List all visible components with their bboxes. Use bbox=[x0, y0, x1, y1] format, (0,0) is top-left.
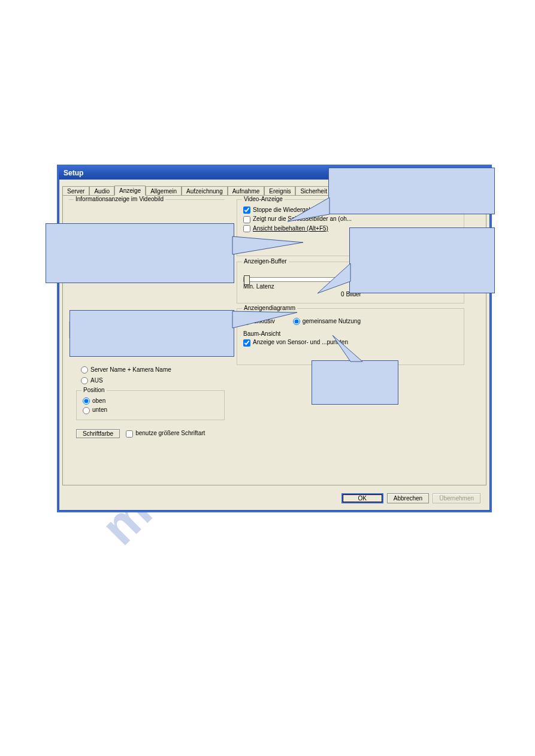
callout-right-mid-pointer bbox=[318, 263, 359, 296]
radio-server-kamera-input[interactable] bbox=[81, 366, 88, 374]
legend-position: Position bbox=[81, 387, 107, 393]
dialog-footer: OK Abbrechen Übernehmen bbox=[341, 493, 480, 503]
tab-audio[interactable]: Audio bbox=[89, 186, 114, 196]
svg-marker-1 bbox=[232, 236, 303, 254]
radio-gemeinsam[interactable]: gemeinsame Nutzung bbox=[293, 318, 361, 325]
checkbox-groessere-schrift-input[interactable] bbox=[126, 430, 133, 438]
radio-oben[interactable]: oben bbox=[83, 397, 219, 405]
callout-left-lower bbox=[69, 310, 234, 357]
radio-unten[interactable]: unten bbox=[83, 406, 219, 414]
window-title: Setup bbox=[64, 169, 83, 177]
tab-aufzeichnung[interactable]: Aufzeichnung bbox=[182, 186, 228, 196]
radio-server-kamera-label: Server Name + Kamera Name bbox=[90, 366, 171, 373]
ok-button[interactable]: OK bbox=[341, 493, 383, 503]
svg-marker-0 bbox=[288, 198, 330, 221]
radio-aus-input[interactable] bbox=[81, 377, 88, 384]
svg-marker-2 bbox=[318, 263, 350, 293]
tab-sicherheit[interactable]: Sicherheit bbox=[295, 186, 331, 196]
radio-unten-input[interactable] bbox=[83, 407, 90, 414]
checkbox-schluesselbilder-input[interactable] bbox=[243, 216, 250, 223]
radio-oben-label: oben bbox=[92, 397, 105, 404]
checkbox-groessere-schrift-label: benutze größere Schriftart bbox=[135, 430, 205, 436]
svg-marker-4 bbox=[333, 335, 362, 362]
radio-aus-label: AUS bbox=[90, 377, 103, 384]
checkbox-ansicht-input[interactable] bbox=[243, 225, 250, 232]
checkbox-groessere-schrift[interactable]: benutze größere Schriftart bbox=[126, 430, 205, 437]
checkbox-sensor-input[interactable] bbox=[243, 339, 250, 347]
callout-top-right bbox=[328, 168, 495, 214]
callout-left-upper bbox=[46, 223, 234, 283]
schriftfarbe-button[interactable]: Schriftfarbe bbox=[76, 429, 120, 438]
radio-oben-input[interactable] bbox=[83, 397, 90, 405]
buffer-slider-handle[interactable] bbox=[244, 275, 250, 285]
svg-marker-3 bbox=[232, 311, 297, 328]
font-row: Schriftfarbe benutze größere Schriftart bbox=[76, 429, 205, 438]
radio-server-kamera[interactable]: Server Name + Kamera Name bbox=[81, 366, 171, 374]
callout-top-right-pointer bbox=[288, 198, 341, 233]
callout-bottom-center bbox=[312, 360, 398, 405]
checkbox-stoppe-input[interactable] bbox=[243, 207, 250, 214]
callout-left-upper-pointer bbox=[232, 236, 304, 266]
legend-video-anzeige: Video-Anzeige bbox=[242, 196, 285, 202]
group-informationsanzeige: Informationsanzeige im Videobild bbox=[69, 199, 225, 210]
radio-unten-label: unten bbox=[92, 406, 107, 413]
cancel-button[interactable]: Abbrechen bbox=[387, 493, 429, 503]
tab-allgemein[interactable]: Allgemein bbox=[146, 186, 182, 196]
group-position: Position oben unten bbox=[76, 390, 225, 420]
tab-anzeige[interactable]: Anzeige bbox=[114, 186, 146, 196]
apply-button[interactable]: Übernehmen bbox=[433, 493, 480, 503]
radio-aus[interactable]: AUS bbox=[81, 377, 103, 384]
checkbox-schluesselbilder[interactable]: Zeigt nur die Schlüsselbilder an (oh... bbox=[243, 215, 459, 223]
legend-informationsanzeige: Informationsanzeige im Videobild bbox=[74, 196, 165, 202]
callout-left-lower-pointer bbox=[232, 311, 298, 335]
tab-aufnahme[interactable]: Aufnahme bbox=[228, 186, 265, 196]
callout-right-mid bbox=[349, 227, 495, 293]
callout-bottom-center-pointer bbox=[333, 335, 368, 363]
tab-ereignis[interactable]: Ereignis bbox=[264, 186, 295, 196]
radio-gemeinsam-label: gemeinsame Nutzung bbox=[303, 318, 361, 324]
tab-server[interactable]: Server bbox=[62, 186, 89, 196]
legend-anzeigendiagramm: Anzeigendiagramm bbox=[242, 305, 297, 311]
